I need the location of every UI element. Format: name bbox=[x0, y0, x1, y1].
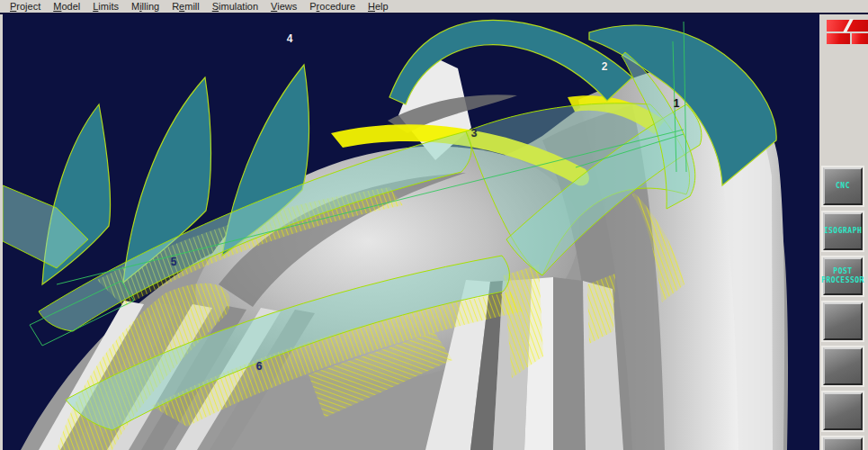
blank-button-2[interactable] bbox=[823, 347, 863, 385]
toolpath-label-5: 5 bbox=[171, 256, 177, 268]
menu-help[interactable]: Help bbox=[362, 1, 395, 12]
menu-remill[interactable]: Remill bbox=[166, 1, 206, 12]
blank-button-4[interactable] bbox=[823, 437, 863, 450]
menu-views[interactable]: Views bbox=[264, 1, 303, 12]
viewport-panel-gap bbox=[812, 14, 819, 450]
scene-canvas bbox=[3, 14, 812, 450]
toolpath-label-4: 4 bbox=[287, 32, 293, 45]
logo-bar-bottom-left bbox=[827, 33, 850, 44]
menu-procedure[interactable]: Procedure bbox=[303, 1, 362, 12]
menu-bar: Project Model Limits Milling Remill Simu… bbox=[0, 0, 868, 13]
application-window: { "menu": { "items": [ {"pre": "", "key"… bbox=[0, 0, 868, 450]
blank-button-1[interactable] bbox=[823, 302, 863, 340]
toolpath-label-1: 1 bbox=[674, 97, 680, 110]
menu-milling[interactable]: Milling bbox=[125, 1, 166, 12]
menu-model[interactable]: Model bbox=[47, 1, 86, 12]
toolpath-label-3: 3 bbox=[471, 127, 478, 140]
isograph-button[interactable]: ISOGRAPH bbox=[823, 212, 863, 250]
toolpath-label-2: 2 bbox=[602, 60, 608, 73]
side-panel: CNC ISOGRAPH POST PROCESSOR bbox=[819, 14, 868, 450]
menu-project[interactable]: Project bbox=[4, 1, 47, 12]
cad-viewport[interactable]: 1 2 3 4 5 6 bbox=[3, 14, 812, 450]
app-logo bbox=[827, 20, 868, 44]
menu-limits[interactable]: Limits bbox=[86, 1, 125, 12]
blank-button-3[interactable] bbox=[823, 392, 863, 430]
cnc-button[interactable]: CNC bbox=[823, 167, 863, 205]
menu-simulation[interactable]: Simulation bbox=[206, 1, 264, 12]
post-processor-button[interactable]: POST PROCESSOR bbox=[823, 257, 863, 295]
logo-bar-bottom-right bbox=[852, 33, 868, 44]
toolpath-label-6: 6 bbox=[256, 360, 263, 373]
menu-separator bbox=[0, 13, 868, 14]
